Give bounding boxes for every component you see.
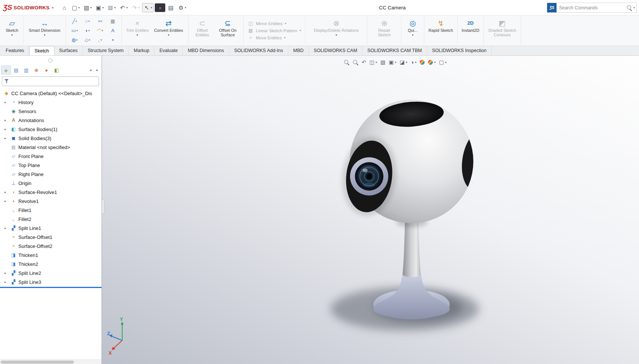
zoom-to-fit-icon[interactable] [344,60,349,65]
cc-camera-model[interactable] [102,56,639,364]
tree-item[interactable]: ▸◼Solid Bodies(3) [0,134,102,143]
search-icon[interactable] [627,5,632,10]
expand-arrow-icon[interactable]: ▸ [4,190,10,194]
expand-arrow-icon[interactable]: ▸ [4,100,10,104]
tree-filter-input[interactable] [11,79,96,84]
repair-sketch-button[interactable]: ⊕Repair Sketch [370,17,399,44]
dropdown-caret-icon[interactable]: ▾ [114,6,116,9]
dropdown-caret-icon[interactable]: ▾ [168,33,169,37]
dropdown-caret-icon[interactable]: ▾ [44,33,45,37]
propertymanager-tab[interactable]: ▤ [11,66,21,75]
displaymanager-tab[interactable]: ● [42,66,51,75]
tab-surfaces[interactable]: Surfaces [54,46,83,55]
mirror-entities-button[interactable]: ◫Mirror Entities▾ [248,21,301,26]
tab-solidworks-inspection[interactable]: SOLIDWORKS Inspection [427,46,492,55]
expand-arrow-icon[interactable]: ▸ [4,271,10,275]
tree-item[interactable]: ⊥Origin [0,179,102,188]
search-caret-icon[interactable]: ▾ [633,6,635,9]
offset-entities-button[interactable]: ⊂Offset Entities [191,17,214,44]
tab-sketch[interactable]: Sketch [29,46,54,55]
panel-splitter-handle[interactable] [102,200,105,214]
configurationmanager-tab[interactable]: ▥ [21,66,31,75]
tree-item[interactable]: ◓Surface-Offset2 [0,242,102,251]
search-logo-chip[interactable]: ƷS [547,3,557,12]
tree-item[interactable]: ▤Material <not specified> [0,143,102,152]
tree-item[interactable]: ◟Fillet1 [0,206,102,215]
logo-expand-caret-icon[interactable]: ▸ [52,6,54,9]
tab-markup[interactable]: Markup [129,46,155,55]
select-icon[interactable]: ↖▾ [142,3,154,12]
tree-item[interactable]: ◉Sensors [0,107,102,116]
performance-pipeline-icon[interactable]: ● [155,3,165,12]
tree-item[interactable]: ▸◖Surface-Revolve1 [0,188,102,197]
panel-horizontal-scrollbar[interactable] [0,360,102,364]
scrollbar-thumb[interactable] [1,361,74,364]
graphics-area[interactable]: ↶◫▾▧▣▾◪▾◑▾●◍▾▢▾ Y Z X [102,56,639,364]
expand-arrow-icon[interactable]: ▸ [4,226,10,230]
dropdown-caret-icon[interactable]: ▾ [138,6,140,9]
dropdown-caret-icon[interactable]: ▾ [445,61,446,64]
tree-item[interactable]: ▸▞Split Line1 [0,224,102,233]
tab-solidworks-cam-tbm[interactable]: SOLIDWORKS CAM TBM [362,46,427,55]
cam-feature-tree-tab[interactable]: ◧ [52,66,61,75]
undo-icon[interactable]: ↶▾ [118,3,129,12]
dropdown-caret-icon[interactable]: ▾ [335,33,337,37]
tree-item[interactable]: ▸▞Split Line3 [0,277,102,286]
expand-arrow-icon[interactable]: ▸ [4,118,10,122]
smart-dimension-button[interactable]: ↔Smart Dimension▾ [26,17,63,44]
move-entities-button[interactable]: +Move Entities▾ [248,35,301,40]
offset-on-surface-button[interactable]: ⊆Offset On Surface [215,17,241,44]
dropdown-caret-icon[interactable]: ▾ [88,29,90,32]
dropdown-caret-icon[interactable]: ▾ [89,39,90,42]
rectangle-tool-icon[interactable]: ▭▾ [68,26,81,35]
dimxpertmanager-tab[interactable]: ⊕ [31,66,41,75]
point-tool-icon[interactable]: ▪ [106,35,119,45]
print-icon[interactable]: ⊟▾ [106,3,117,12]
apply-scene-icon[interactable]: ◍ [428,60,433,65]
rollback-bar[interactable] [0,287,102,288]
tree-item[interactable]: ▸◧Surface Bodies(1) [0,125,102,134]
open-icon[interactable]: ▧▾ [82,3,93,12]
options-gear-icon[interactable]: ⚙▾ [177,3,187,12]
dropdown-caret-icon[interactable]: ▾ [415,61,416,64]
dynamic-annotation-views-icon[interactable]: ▧ [380,59,385,66]
dropdown-caret-icon[interactable]: ▾ [11,33,13,37]
tab-mbd[interactable]: MBD [288,46,309,55]
tab-scroll-right[interactable]: ▸ [94,66,100,75]
dropdown-caret-icon[interactable]: ▾ [285,22,286,25]
tree-filter-box[interactable] [2,76,99,86]
dropdown-caret-icon[interactable]: ▾ [136,33,138,37]
home-icon[interactable]: ⌂ [60,3,69,12]
edit-appearance-icon[interactable]: ● [420,60,425,65]
save-icon[interactable]: ▣▾ [94,3,105,12]
tree-item[interactable]: ▱Front Plane [0,152,102,161]
tree-item[interactable]: ◟Fillet2 [0,215,102,224]
tab-solidworks-add-ins[interactable]: SOLIDWORKS Add-Ins [229,46,289,55]
redo-icon[interactable]: ↷▾ [130,3,141,12]
tree-item[interactable]: ◨Thicken2 [0,260,102,269]
expand-arrow-icon[interactable]: ▸ [4,127,10,131]
dropdown-caret-icon[interactable]: ▾ [376,61,377,64]
dropdown-caret-icon[interactable]: ▾ [412,33,413,37]
dropdown-caret-icon[interactable]: ▾ [101,20,102,23]
arc-tool-icon[interactable]: ◠▾ [94,26,106,35]
polygon-tool-icon[interactable]: ◇▾ [81,35,94,45]
dropdown-caret-icon[interactable]: ▾ [76,29,78,32]
camera-base[interactable] [373,275,450,319]
new-document-icon[interactable]: ▢▾ [70,3,81,12]
line-tool-icon[interactable]: ╱▾ [68,16,81,26]
dropdown-caret-icon[interactable]: ▾ [126,6,128,9]
tab-scroll-left[interactable]: ◂ [87,66,94,75]
expand-arrow-icon[interactable]: ▸ [4,199,10,203]
view-settings-icon[interactable]: ▢ [439,59,444,66]
tab-mbd-dimensions[interactable]: MBD Dimensions [183,46,229,55]
dropdown-caret-icon[interactable]: ▾ [90,6,92,9]
circle-tool-icon[interactable]: ○▾ [81,16,94,26]
tree-item[interactable]: ▱Top Plane [0,161,102,170]
dropdown-caret-icon[interactable]: ▾ [395,61,396,64]
tree-item[interactable]: ◨Thicken1 [0,251,102,260]
dropdown-caret-icon[interactable]: ▾ [434,61,435,64]
text-tool-icon[interactable]: A [106,26,119,35]
file-properties-icon[interactable]: ▤ [166,3,175,12]
panel-resize-knob-icon[interactable] [48,58,52,63]
